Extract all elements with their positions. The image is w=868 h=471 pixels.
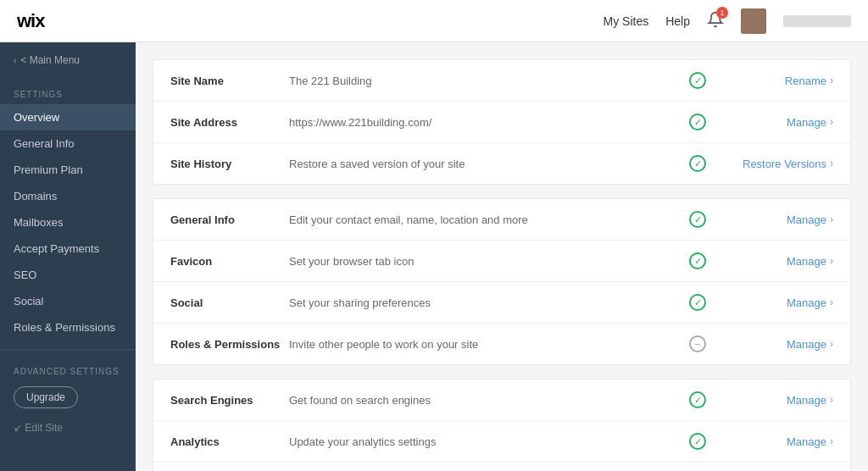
manage-favicon-link[interactable]: Manage <box>787 255 826 268</box>
main-menu-label: < Main Menu <box>20 54 80 66</box>
chevron-right-icon: › <box>830 338 833 350</box>
top-nav-left: wix <box>17 10 44 32</box>
general-info-desc: Edit your contact email, name, location … <box>289 213 681 226</box>
sidebar-item-domains[interactable]: Domains <box>0 183 136 209</box>
sidebar-premium-plan-label: Premium Plan <box>14 163 83 176</box>
check-icon: ✓ <box>689 114 706 130</box>
wix-logo[interactable]: wix <box>17 10 44 32</box>
social-label: Social <box>170 296 289 309</box>
analytics-action: Manage › <box>715 435 833 448</box>
sidebar-item-seo[interactable]: SEO <box>0 262 136 288</box>
help-link[interactable]: Help <box>665 14 690 28</box>
check-icon: ✓ <box>689 211 706 228</box>
notifications-bell[interactable]: 1 <box>707 11 724 30</box>
chevron-right-icon: › <box>830 435 833 447</box>
site-name-action: Rename › <box>715 75 833 87</box>
sidebar-overview-label: Overview <box>14 111 59 124</box>
favicon-row: Favicon Set your browser tab icon ✓ Mana… <box>153 241 850 282</box>
chevron-left-icon: ‹ <box>14 56 16 65</box>
https-row: HTTPS Your site is SSL/TLS secured ✓ Man… <box>153 463 850 471</box>
sidebar-divider <box>0 349 136 350</box>
main-layout: ‹ < Main Menu SETTINGS Overview General … <box>0 42 868 471</box>
user-name-blur <box>783 15 851 27</box>
sidebar-mailboxes-label: Mailboxes <box>14 216 64 229</box>
social-row: Social Set your sharing preferences ✓ Ma… <box>153 282 850 324</box>
my-sites-link[interactable]: My Sites <box>604 14 649 28</box>
analytics-row: Analytics Update your analytics settings… <box>153 421 850 463</box>
main-menu-link[interactable]: ‹ < Main Menu <box>0 42 136 78</box>
analytics-desc: Update your analytics settings <box>289 435 681 448</box>
upgrade-button[interactable]: Upgrade <box>14 386 78 408</box>
manage-roles-link[interactable]: Manage <box>787 338 826 351</box>
advanced-settings-card: Search Engines Get found on search engin… <box>153 379 851 471</box>
chevron-right-icon: › <box>830 116 833 128</box>
site-address-label: Site Address <box>170 116 289 129</box>
site-info-card: General Info Edit your contact email, na… <box>153 198 851 365</box>
site-address-action: Manage › <box>715 116 833 129</box>
roles-permissions-status: − <box>681 335 715 352</box>
sidebar-social-label: Social <box>14 295 43 308</box>
roles-permissions-row: Roles & Permissions Invite other people … <box>153 324 850 364</box>
general-info-label: General Info <box>170 213 289 226</box>
chevron-right-icon: › <box>830 213 833 225</box>
social-action: Manage › <box>715 296 833 309</box>
check-icon: ✓ <box>689 252 706 269</box>
site-name-desc: The 221 Building <box>289 75 681 87</box>
roles-permissions-label: Roles & Permissions <box>170 338 289 351</box>
social-desc: Set your sharing preferences <box>289 296 681 309</box>
social-status: ✓ <box>681 294 715 311</box>
site-history-desc: Restore a saved version of your site <box>289 158 681 170</box>
site-history-row: Site History Restore a saved version of … <box>153 143 850 184</box>
site-name-label: Site Name <box>170 75 289 87</box>
top-navigation: wix My Sites Help 1 <box>0 0 868 42</box>
chevron-right-icon: › <box>830 75 833 86</box>
check-icon: ✓ <box>689 391 706 408</box>
site-address-row: Site Address https://www.221building.com… <box>153 102 850 143</box>
sidebar-item-general-info[interactable]: General Info <box>0 130 136 157</box>
restore-versions-link[interactable]: Restore Versions <box>743 158 826 170</box>
site-name-row: Site Name The 221 Building ✓ Rename › <box>153 60 850 102</box>
settings-content: Site Name The 221 Building ✓ Rename › Si… <box>136 42 868 471</box>
manage-analytics-link[interactable]: Manage <box>787 435 826 448</box>
sidebar-item-roles-permissions[interactable]: Roles & Permissions <box>0 314 136 341</box>
site-history-status: ✓ <box>681 155 715 172</box>
general-info-status: ✓ <box>681 211 715 228</box>
favicon-label: Favicon <box>170 255 289 268</box>
check-icon: ✓ <box>689 433 706 450</box>
favicon-desc: Set your browser tab icon <box>289 255 681 268</box>
sidebar-accept-payments-label: Accept Payments <box>14 242 99 255</box>
search-engines-action: Manage › <box>715 394 833 407</box>
check-icon: ✓ <box>689 294 706 311</box>
manage-social-link[interactable]: Manage <box>787 296 826 309</box>
user-avatar[interactable] <box>741 8 766 34</box>
chevron-right-icon: › <box>830 158 833 169</box>
sidebar-item-premium-plan[interactable]: Premium Plan <box>0 157 136 183</box>
manage-search-engines-link[interactable]: Manage <box>787 394 826 407</box>
site-address-status: ✓ <box>681 114 715 130</box>
site-history-label: Site History <box>170 158 289 170</box>
check-icon: ✓ <box>689 72 706 89</box>
sidebar-item-social[interactable]: Social <box>0 288 136 314</box>
edit-site-link[interactable]: ↙ Edit Site <box>0 415 136 441</box>
site-address-desc: https://www.221building.com/ <box>289 116 681 129</box>
roles-permissions-action: Manage › <box>715 338 833 351</box>
analytics-status: ✓ <box>681 433 715 450</box>
notification-count: 1 <box>716 7 728 19</box>
sidebar-domains-label: Domains <box>14 190 57 202</box>
sidebar-item-mailboxes[interactable]: Mailboxes <box>0 209 136 236</box>
sidebar-roles-permissions-label: Roles & Permissions <box>14 321 115 334</box>
favicon-action: Manage › <box>715 255 833 268</box>
site-name-status: ✓ <box>681 72 715 89</box>
sidebar-seo-label: SEO <box>14 269 36 281</box>
favicon-status: ✓ <box>681 252 715 269</box>
sidebar-item-accept-payments[interactable]: Accept Payments <box>0 236 136 262</box>
search-engines-row: Search Engines Get found on search engin… <box>153 380 850 421</box>
manage-site-address-link[interactable]: Manage <box>787 116 826 129</box>
sidebar-item-overview[interactable]: Overview <box>0 104 136 130</box>
rename-link[interactable]: Rename <box>785 75 826 87</box>
chevron-right-icon: › <box>830 255 833 267</box>
search-engines-desc: Get found on search engines <box>289 394 681 407</box>
manage-general-info-link[interactable]: Manage <box>787 213 826 226</box>
chevron-right-icon: › <box>830 296 833 308</box>
chevron-right-icon: › <box>830 394 833 406</box>
